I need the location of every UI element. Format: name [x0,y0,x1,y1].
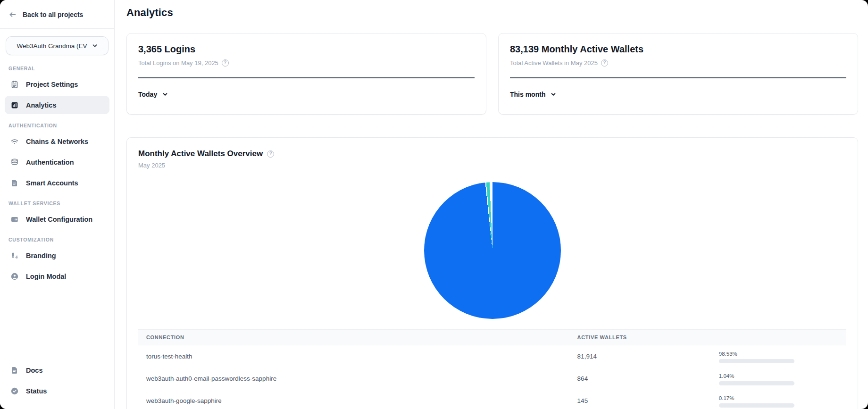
help-icon[interactable]: ? [601,59,608,67]
sidebar-item-branding[interactable]: Branding [5,246,109,265]
sidebar-item-wallet-configuration[interactable]: Wallet Configuration [5,210,109,228]
chevron-down-icon [92,43,98,49]
maw-stat-card: 83,139 Monthly Active Wallets Total Acti… [498,33,858,115]
chevron-down-icon [162,92,168,97]
sidebar-divider [0,28,114,29]
sidebar-item-authentication[interactable]: Authentication [5,153,109,171]
connection-name: web3auth-auth0-email-passwordless-sapphi… [138,375,577,382]
bar-chart-icon [10,101,19,109]
stat-card-divider [138,77,475,78]
web3auth-dashboard-window: Back to all projects Web3Auth Grandma (E… [0,0,868,409]
page-title: Analytics [126,7,858,19]
logins-range-dropdown[interactable]: Today [138,91,168,98]
active-wallets-value: 81,914 [577,353,719,360]
sidebar-item-label: Authentication [26,159,74,166]
sidebar-nav: GENERAL Project Settings Anal [0,56,114,355]
back-to-projects-link[interactable]: Back to all projects [0,0,114,28]
column-header-connection: CONNECTION [138,334,577,340]
table-row[interactable]: torus-test-health 81,914 98.53% [138,345,846,367]
section-label-general: GENERAL [8,66,106,71]
percent-bar-track [719,381,794,385]
percent-bar-track [719,403,794,408]
stat-cards-row: 3,365 Logins Total Logins on May 19, 202… [126,33,858,115]
percent-label: 98.53% [719,351,846,357]
sidebar-item-login-modal[interactable]: Login Modal [5,267,109,285]
sidebar-item-analytics[interactable]: Analytics [5,96,109,114]
sidebar-item-label: Status [26,387,47,395]
wallet-icon [10,215,19,224]
document-icon [10,179,19,187]
maw-range-value: This month [510,91,545,98]
overview-card: Monthly Active Wallets Overview ? May 20… [126,137,858,409]
logins-stat-card: 3,365 Logins Total Logins on May 19, 202… [126,33,486,115]
section-label-authentication: AUTHENTICATION [8,123,106,128]
branding-brush-icon [10,251,19,260]
sidebar-item-chains-networks[interactable]: Chains & Networks [5,132,109,150]
sidebar-item-label: Smart Accounts [26,179,78,187]
sidebar-footer: Docs Status [0,355,114,409]
sidebar-item-label: Project Settings [26,81,78,88]
back-label: Back to all projects [23,11,83,18]
sidebar-item-smart-accounts[interactable]: Smart Accounts [5,174,109,192]
user-circle-icon [10,272,19,281]
table-row[interactable]: web3auth-google-sapphire 145 0.17% [138,390,846,409]
connections-table: CONNECTION ACTIVE WALLETS torus-test-hea… [138,329,846,409]
chevron-down-icon [551,92,556,97]
logins-value: 3,365 Logins [138,44,475,55]
logins-range-value: Today [138,91,157,98]
table-header-row: CONNECTION ACTIVE WALLETS [138,329,846,345]
active-wallets-value: 864 [577,375,719,382]
percent-label: 1.04% [719,373,846,379]
main-content: Analytics 3,365 Logins Total Logins on M… [115,0,868,409]
stat-card-divider [510,77,846,78]
overview-subtitle: May 2025 [138,162,846,169]
sidebar-item-label: Wallet Configuration [26,216,92,223]
maw-value: 83,139 Monthly Active Wallets [510,44,846,55]
logins-subtitle: Total Logins on May 19, 2025 [138,59,218,67]
database-icon [10,158,19,167]
sidebar-item-docs[interactable]: Docs [5,361,109,379]
docs-file-icon [10,366,19,375]
project-selector-value: Web3Auth Grandma (EV [17,42,87,50]
overview-title: Monthly Active Wallets Overview [138,149,263,159]
wifi-signal-icon [10,137,19,146]
section-label-customization: CUSTOMIZATION [8,237,106,242]
check-circle-icon [10,387,19,395]
sidebar-item-label: Analytics [26,101,56,109]
maw-range-dropdown[interactable]: This month [510,91,556,98]
project-selector-dropdown[interactable]: Web3Auth Grandma (EV [6,36,108,55]
back-arrow-icon [8,10,17,19]
sidebar: Back to all projects Web3Auth Grandma (E… [0,0,115,409]
pie-chart-area [138,182,846,319]
section-label-wallet-services: WALLET SERVICES [8,200,106,206]
column-header-active-wallets: ACTIVE WALLETS [577,334,719,340]
active-wallets-value: 145 [577,397,719,404]
percent-label: 0.17% [719,395,846,401]
help-icon[interactable]: ? [267,150,274,158]
sidebar-item-status[interactable]: Status [5,382,109,400]
percent-bar-track [719,359,794,363]
sidebar-item-project-settings[interactable]: Project Settings [5,75,109,93]
table-row[interactable]: web3auth-auth0-email-passwordless-sapphi… [138,367,846,390]
clipboard-icon [10,80,19,89]
pie-chart[interactable] [424,182,561,319]
maw-subtitle: Total Active Wallets in May 2025 [510,59,598,67]
sidebar-item-label: Chains & Networks [26,138,88,145]
sidebar-item-label: Docs [26,367,42,374]
help-icon[interactable]: ? [222,59,229,67]
sidebar-item-label: Login Modal [26,273,66,280]
sidebar-item-label: Branding [26,252,56,259]
connection-name: web3auth-google-sapphire [138,397,577,404]
connection-name: torus-test-health [138,353,577,360]
